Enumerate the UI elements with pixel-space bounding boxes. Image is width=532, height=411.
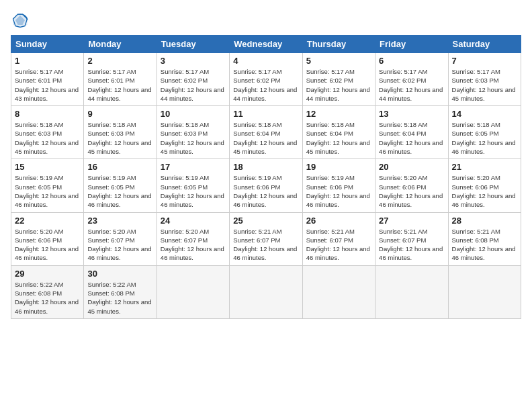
day-info: Sunrise: 5:17 AM Sunset: 6:01 PM Dayligh… <box>15 67 80 103</box>
calendar-day-cell: 15 Sunrise: 5:19 AM Sunset: 6:05 PM Dayl… <box>11 159 84 212</box>
calendar-day-cell: 2 Sunrise: 5:17 AM Sunset: 6:01 PM Dayli… <box>84 53 157 106</box>
day-info: Sunrise: 5:20 AM Sunset: 6:06 PM Dayligh… <box>452 173 517 209</box>
day-info: Sunrise: 5:18 AM Sunset: 6:04 PM Dayligh… <box>233 120 298 156</box>
calendar-day-cell: 20 Sunrise: 5:20 AM Sunset: 6:06 PM Dayl… <box>375 159 448 212</box>
day-number: 11 <box>233 109 298 119</box>
calendar-day-header: Wednesday <box>230 36 302 53</box>
calendar-day-cell: 25 Sunrise: 5:21 AM Sunset: 6:07 PM Dayl… <box>230 212 302 265</box>
calendar-day-header: Saturday <box>448 36 521 53</box>
calendar-day-cell: 11 Sunrise: 5:18 AM Sunset: 6:04 PM Dayl… <box>230 106 302 159</box>
day-number: 8 <box>15 109 80 119</box>
day-number: 12 <box>306 109 371 119</box>
calendar-day-cell <box>230 265 302 318</box>
day-info: Sunrise: 5:17 AM Sunset: 6:01 PM Dayligh… <box>87 67 152 103</box>
day-number: 2 <box>87 56 152 66</box>
day-number: 4 <box>233 56 298 66</box>
day-info: Sunrise: 5:19 AM Sunset: 6:05 PM Dayligh… <box>161 173 226 209</box>
calendar-day-cell: 1 Sunrise: 5:17 AM Sunset: 6:01 PM Dayli… <box>11 53 84 106</box>
day-info: Sunrise: 5:17 AM Sunset: 6:02 PM Dayligh… <box>306 67 371 103</box>
day-info: Sunrise: 5:17 AM Sunset: 6:02 PM Dayligh… <box>379 67 444 103</box>
calendar-day-cell <box>375 265 448 318</box>
day-number: 7 <box>452 56 517 66</box>
day-info: Sunrise: 5:18 AM Sunset: 6:03 PM Dayligh… <box>161 120 226 156</box>
calendar-day-header: Tuesday <box>157 36 229 53</box>
calendar-day-cell: 26 Sunrise: 5:21 AM Sunset: 6:07 PM Dayl… <box>302 212 375 265</box>
calendar-day-cell: 5 Sunrise: 5:17 AM Sunset: 6:02 PM Dayli… <box>302 53 375 106</box>
day-number: 22 <box>15 216 80 226</box>
day-info: Sunrise: 5:22 AM Sunset: 6:08 PM Dayligh… <box>87 280 152 316</box>
day-number: 14 <box>452 109 517 119</box>
day-info: Sunrise: 5:17 AM Sunset: 6:02 PM Dayligh… <box>233 67 298 103</box>
page-header <box>11 11 521 30</box>
calendar-day-cell: 9 Sunrise: 5:18 AM Sunset: 6:03 PM Dayli… <box>84 106 157 159</box>
day-info: Sunrise: 5:18 AM Sunset: 6:05 PM Dayligh… <box>452 120 517 156</box>
logo-icon <box>11 11 30 30</box>
calendar-day-cell: 18 Sunrise: 5:19 AM Sunset: 6:06 PM Dayl… <box>230 159 302 212</box>
day-info: Sunrise: 5:17 AM Sunset: 6:03 PM Dayligh… <box>452 67 517 103</box>
calendar-day-cell: 13 Sunrise: 5:18 AM Sunset: 6:04 PM Dayl… <box>375 106 448 159</box>
calendar-header-row: SundayMondayTuesdayWednesdayThursdayFrid… <box>11 36 521 53</box>
day-number: 15 <box>15 162 80 172</box>
calendar-day-header: Sunday <box>11 36 84 53</box>
calendar-week-row: 8 Sunrise: 5:18 AM Sunset: 6:03 PM Dayli… <box>11 106 521 159</box>
calendar-day-cell: 3 Sunrise: 5:17 AM Sunset: 6:02 PM Dayli… <box>157 53 229 106</box>
day-number: 19 <box>306 162 371 172</box>
calendar-day-cell: 30 Sunrise: 5:22 AM Sunset: 6:08 PM Dayl… <box>84 265 157 318</box>
calendar-day-header: Thursday <box>302 36 375 53</box>
calendar-week-row: 1 Sunrise: 5:17 AM Sunset: 6:01 PM Dayli… <box>11 53 521 106</box>
calendar-day-cell: 4 Sunrise: 5:17 AM Sunset: 6:02 PM Dayli… <box>230 53 302 106</box>
day-number: 6 <box>379 56 444 66</box>
day-info: Sunrise: 5:20 AM Sunset: 6:07 PM Dayligh… <box>161 227 226 263</box>
calendar-day-cell: 12 Sunrise: 5:18 AM Sunset: 6:04 PM Dayl… <box>302 106 375 159</box>
day-info: Sunrise: 5:18 AM Sunset: 6:04 PM Dayligh… <box>306 120 371 156</box>
day-info: Sunrise: 5:22 AM Sunset: 6:08 PM Dayligh… <box>15 280 80 316</box>
calendar-day-cell: 29 Sunrise: 5:22 AM Sunset: 6:08 PM Dayl… <box>11 265 84 318</box>
day-info: Sunrise: 5:18 AM Sunset: 6:03 PM Dayligh… <box>15 120 80 156</box>
calendar-day-cell: 24 Sunrise: 5:20 AM Sunset: 6:07 PM Dayl… <box>157 212 229 265</box>
calendar-day-header: Monday <box>84 36 157 53</box>
day-number: 1 <box>15 56 80 66</box>
day-info: Sunrise: 5:17 AM Sunset: 6:02 PM Dayligh… <box>161 67 226 103</box>
calendar-day-cell: 27 Sunrise: 5:21 AM Sunset: 6:07 PM Dayl… <box>375 212 448 265</box>
day-number: 16 <box>87 162 152 172</box>
calendar-day-cell <box>302 265 375 318</box>
day-number: 27 <box>379 216 444 226</box>
logo <box>11 11 32 30</box>
calendar-day-cell: 21 Sunrise: 5:20 AM Sunset: 6:06 PM Dayl… <box>448 159 521 212</box>
day-number: 10 <box>161 109 226 119</box>
day-number: 28 <box>452 216 517 226</box>
calendar-week-row: 22 Sunrise: 5:20 AM Sunset: 6:06 PM Dayl… <box>11 212 521 265</box>
day-info: Sunrise: 5:19 AM Sunset: 6:05 PM Dayligh… <box>15 173 80 209</box>
calendar-week-row: 15 Sunrise: 5:19 AM Sunset: 6:05 PM Dayl… <box>11 159 521 212</box>
day-number: 5 <box>306 56 371 66</box>
day-number: 20 <box>379 162 444 172</box>
day-info: Sunrise: 5:19 AM Sunset: 6:06 PM Dayligh… <box>233 173 298 209</box>
day-info: Sunrise: 5:20 AM Sunset: 6:06 PM Dayligh… <box>379 173 444 209</box>
day-info: Sunrise: 5:21 AM Sunset: 6:07 PM Dayligh… <box>306 227 371 263</box>
day-number: 23 <box>87 216 152 226</box>
day-number: 17 <box>161 162 226 172</box>
calendar-day-cell: 8 Sunrise: 5:18 AM Sunset: 6:03 PM Dayli… <box>11 106 84 159</box>
calendar-day-cell: 17 Sunrise: 5:19 AM Sunset: 6:05 PM Dayl… <box>157 159 229 212</box>
day-info: Sunrise: 5:20 AM Sunset: 6:06 PM Dayligh… <box>15 227 80 263</box>
day-info: Sunrise: 5:19 AM Sunset: 6:06 PM Dayligh… <box>306 173 371 209</box>
calendar-table: SundayMondayTuesdayWednesdayThursdayFrid… <box>11 35 521 319</box>
day-number: 9 <box>87 109 152 119</box>
calendar-day-cell: 28 Sunrise: 5:21 AM Sunset: 6:08 PM Dayl… <box>448 212 521 265</box>
calendar-day-cell: 10 Sunrise: 5:18 AM Sunset: 6:03 PM Dayl… <box>157 106 229 159</box>
calendar-day-header: Friday <box>375 36 448 53</box>
day-info: Sunrise: 5:18 AM Sunset: 6:04 PM Dayligh… <box>379 120 444 156</box>
day-info: Sunrise: 5:21 AM Sunset: 6:07 PM Dayligh… <box>233 227 298 263</box>
calendar-day-cell: 14 Sunrise: 5:18 AM Sunset: 6:05 PM Dayl… <box>448 106 521 159</box>
calendar-day-cell: 22 Sunrise: 5:20 AM Sunset: 6:06 PM Dayl… <box>11 212 84 265</box>
calendar-day-cell <box>448 265 521 318</box>
calendar-week-row: 29 Sunrise: 5:22 AM Sunset: 6:08 PM Dayl… <box>11 265 521 318</box>
calendar-day-cell: 23 Sunrise: 5:20 AM Sunset: 6:07 PM Dayl… <box>84 212 157 265</box>
day-number: 21 <box>452 162 517 172</box>
day-number: 26 <box>306 216 371 226</box>
calendar-day-cell: 7 Sunrise: 5:17 AM Sunset: 6:03 PM Dayli… <box>448 53 521 106</box>
day-number: 13 <box>379 109 444 119</box>
day-info: Sunrise: 5:19 AM Sunset: 6:05 PM Dayligh… <box>87 173 152 209</box>
calendar-day-cell: 6 Sunrise: 5:17 AM Sunset: 6:02 PM Dayli… <box>375 53 448 106</box>
calendar-day-cell: 16 Sunrise: 5:19 AM Sunset: 6:05 PM Dayl… <box>84 159 157 212</box>
